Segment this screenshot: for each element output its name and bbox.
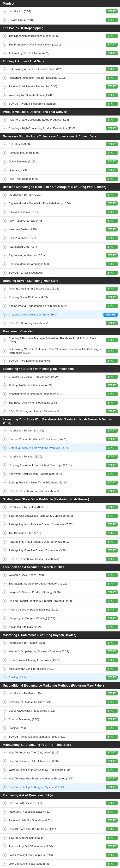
lesson-start-button[interactable]: START xyxy=(106,700,118,704)
lesson-start-button[interactable]: START xyxy=(106,151,118,155)
play-icon xyxy=(2,177,7,181)
lesson-start-button[interactable]: START xyxy=(106,463,118,467)
lesson-start-button[interactable]: START xyxy=(106,844,118,848)
lesson-start-button[interactable]: START xyxy=(106,383,118,388)
lesson-row: Klaviyo Overview (5:51)START xyxy=(0,208,120,217)
lesson-start-button[interactable]: START xyxy=(106,159,118,164)
lesson-start-button[interactable]: START xyxy=(106,253,118,257)
lesson-start-button[interactable]: START xyxy=(106,202,118,206)
lesson-start-button[interactable]: START xyxy=(106,227,118,231)
lesson-start-button[interactable]: START xyxy=(106,531,118,535)
lesson-start-button[interactable]: START xyxy=(106,271,118,275)
lesson-start-button[interactable]: START xyxy=(106,9,118,13)
lesson-title: Secret Product Testing Framework (15:38) xyxy=(9,658,104,662)
play-icon xyxy=(2,801,7,805)
lesson-start-button[interactable]: START xyxy=(106,93,118,97)
section-header: Facebook Ads & Product Research in 2019 xyxy=(0,564,120,571)
lesson-start-button[interactable]: START xyxy=(106,118,118,122)
lesson-start-button[interactable]: START xyxy=(106,750,118,755)
lesson-start-button[interactable]: START xyxy=(106,18,118,22)
lesson-start-button[interactable]: START xyxy=(106,836,118,840)
lesson-start-button[interactable]: START xyxy=(106,717,118,721)
lesson-title: Hayden's Dropshipping Business Structure… xyxy=(9,650,104,653)
lesson-start-button[interactable]: START xyxy=(106,801,118,805)
lesson-start-button[interactable]: START xyxy=(106,401,118,405)
lesson-row: Introduction To Hayden (2:05)START xyxy=(0,639,120,647)
lesson-start-button[interactable]: START xyxy=(106,489,118,493)
lesson-start-button[interactable]: START xyxy=(106,321,118,326)
lesson-start-button[interactable]: START xyxy=(106,608,118,612)
lesson-start-button[interactable]: START xyxy=(106,810,118,814)
lesson-title: How Of Store Info/ Biz Tip Sales (1:26) xyxy=(9,827,104,831)
lesson-start-button[interactable]: START xyxy=(106,287,118,291)
lesson-start-button[interactable]: START xyxy=(106,691,118,695)
lesson-start-button[interactable]: START xyxy=(106,126,118,130)
lesson-start-button[interactable]: START xyxy=(106,338,118,342)
lesson-start-button[interactable]: START xyxy=(106,785,118,789)
lesson-start-button[interactable]: START xyxy=(106,177,118,181)
lesson-start-button[interactable]: START xyxy=(106,777,118,781)
lesson-start-button[interactable]: START xyxy=(106,599,118,603)
lesson-start-button[interactable]: START xyxy=(106,650,118,654)
lesson-start-button[interactable]: START xyxy=(106,709,118,713)
lesson-start-button[interactable]: START xyxy=(106,34,118,38)
lesson-start-button[interactable]: START xyxy=(106,480,118,485)
lesson-start-button[interactable]: START xyxy=(106,768,118,772)
lesson-start-button[interactable]: START xyxy=(106,641,118,645)
lesson-row: Instagram Influencer Product Research (1… xyxy=(0,74,120,82)
lesson-start-button[interactable]: START xyxy=(106,359,118,363)
lesson-start-button[interactable]: START xyxy=(106,862,118,866)
play-icon xyxy=(2,67,7,71)
lesson-start-button[interactable]: START xyxy=(106,42,118,47)
lesson-start-button[interactable]: START xyxy=(106,219,118,223)
lesson-start-button[interactable]: START xyxy=(106,582,118,586)
lesson-start-button[interactable]: START xyxy=(106,304,118,308)
lesson-start-button[interactable]: START xyxy=(106,67,118,71)
lesson-start-button[interactable]: START xyxy=(106,295,118,299)
lesson-start-button[interactable]: START xyxy=(106,446,118,450)
lesson-start-button[interactable]: START xyxy=(106,522,118,527)
lesson-start-button[interactable]: START xyxy=(106,409,118,413)
lesson-start-button[interactable]: START xyxy=(106,827,118,831)
lesson-start-button[interactable]: START xyxy=(106,429,118,433)
lesson-start-button[interactable]: START xyxy=(106,540,118,544)
lesson-start-button[interactable]: START xyxy=(106,210,118,214)
lesson-start-button[interactable]: START xyxy=(106,245,118,249)
lesson-start-button[interactable]: START xyxy=(106,573,118,577)
lesson-start-button[interactable]: START xyxy=(106,472,118,476)
lesson-start-button[interactable]: START xyxy=(106,759,118,763)
lesson-start-button[interactable]: START xyxy=(106,349,118,353)
lesson-start-button[interactable]: START xyxy=(106,437,118,441)
lesson-start-button[interactable]: START xyxy=(106,102,118,106)
lesson-start-button[interactable]: START xyxy=(106,262,118,266)
lesson-start-button[interactable]: START xyxy=(106,455,118,459)
lesson-row: The Staking Strategy (Product Research) … xyxy=(0,580,120,588)
lesson-start-button[interactable]: START xyxy=(106,236,118,240)
lesson-start-button[interactable]: START xyxy=(106,658,118,662)
lesson-start-button[interactable]: START xyxy=(106,193,118,197)
lesson-start-button[interactable]: START xyxy=(106,735,118,739)
lesson-row: Upsell Giveaways / Retargeting (4:11)STA… xyxy=(0,707,120,715)
lesson-start-button[interactable]: START xyxy=(106,853,118,857)
lesson-start-button[interactable]: START xyxy=(106,557,118,561)
lesson-start-button[interactable]: START xyxy=(106,726,118,730)
lesson-resume-button[interactable]: RESUME xyxy=(104,313,118,317)
lesson-start-button[interactable]: START xyxy=(106,51,118,55)
lesson-start-button[interactable]: START xyxy=(106,168,118,172)
lesson-start-button[interactable]: START xyxy=(106,76,118,80)
lesson-start-button[interactable]: START xyxy=(106,667,118,671)
lesson-start-button[interactable]: START xyxy=(106,625,118,629)
play-icon xyxy=(2,625,7,629)
lesson-start-button[interactable]: START xyxy=(106,505,118,509)
lesson-start-button[interactable]: START xyxy=(106,392,118,396)
lesson-title: Facebook Ad Product Research (10:33) xyxy=(9,85,104,88)
lesson-start-button[interactable]: START xyxy=(106,616,118,620)
lesson-start-button[interactable]: START xyxy=(106,85,118,89)
lesson-start-button[interactable]: START xyxy=(106,590,118,594)
lesson-start-button[interactable]: START xyxy=(106,514,118,518)
lesson-start-button[interactable]: START xyxy=(106,549,118,553)
lesson-start-button[interactable]: START xyxy=(106,375,118,379)
lesson-start-button[interactable]: START xyxy=(106,142,118,146)
lesson-start-button[interactable]: START xyxy=(106,818,118,823)
lesson-start-button[interactable]: START xyxy=(106,676,118,680)
